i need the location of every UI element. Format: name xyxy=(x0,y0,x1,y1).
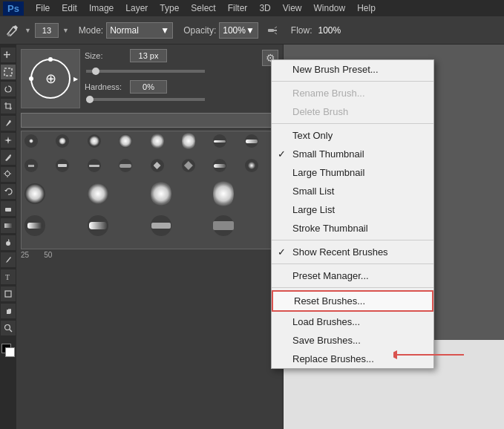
brush-num-50: 50 xyxy=(44,251,52,259)
mode-value: Normal xyxy=(110,25,139,36)
left-tool-text[interactable]: T xyxy=(1,269,16,284)
brush-tool-icon[interactable] xyxy=(4,22,21,39)
ctx-item-new-brush-preset[interactable]: New Brush Preset... xyxy=(272,60,433,79)
brush-thumb-7[interactable] xyxy=(213,134,226,148)
ctx-item-load-brushes[interactable]: Load Brushes... xyxy=(272,312,433,331)
left-tool-crop[interactable] xyxy=(1,99,16,114)
panel-expand-icon[interactable]: ▶ xyxy=(73,76,78,82)
ctx-item-small-thumbnail[interactable]: Small Thumbnail xyxy=(272,145,433,163)
hardness-value-box[interactable]: 0% xyxy=(130,80,167,94)
menu-edit[interactable]: Edit xyxy=(56,1,83,15)
brush-thumb-9[interactable] xyxy=(24,159,38,172)
mode-dropdown[interactable]: Normal ▼ xyxy=(106,22,173,39)
ctx-item-large-list[interactable]: Large List xyxy=(272,200,433,219)
menu-window[interactable]: Window xyxy=(308,1,352,15)
menu-type[interactable]: Type xyxy=(154,1,185,15)
airbrush-toggle[interactable] xyxy=(264,22,281,39)
size-handle-top[interactable] xyxy=(48,57,53,62)
ctx-item-text-only[interactable]: Text Only xyxy=(272,126,433,145)
menu-view[interactable]: View xyxy=(277,1,308,15)
brush-thumb-15[interactable] xyxy=(213,159,226,172)
left-tool-shape[interactable] xyxy=(1,286,16,301)
menu-select[interactable]: Select xyxy=(185,1,221,15)
brush-name-field[interactable] xyxy=(21,113,278,128)
ctx-divider xyxy=(272,123,433,124)
brush-thumb-13[interactable] xyxy=(151,159,164,172)
menu-filter[interactable]: Filter xyxy=(222,1,254,15)
left-tool-pen[interactable] xyxy=(1,252,16,267)
brush-thumb-14[interactable] xyxy=(182,159,195,172)
menu-help[interactable]: Help xyxy=(351,1,382,15)
brush-thumb-16[interactable] xyxy=(245,159,258,172)
left-tool-gradient[interactable] xyxy=(1,218,16,233)
brush-thumb-20[interactable] xyxy=(213,183,234,204)
brush-size-display[interactable]: 13 xyxy=(35,23,59,38)
brush-thumb-24[interactable] xyxy=(213,215,234,236)
brush-controls: Size: 13 px ⚙ Hardness: 0% xyxy=(85,49,278,101)
mode-label: Mode: xyxy=(79,25,103,36)
hardness-slider[interactable] xyxy=(86,98,205,101)
svg-line-14 xyxy=(10,330,12,332)
brush-thumb-6[interactable] xyxy=(182,134,195,148)
brush-thumb-5[interactable] xyxy=(151,134,164,148)
left-tool-history[interactable] xyxy=(1,184,16,199)
left-tool-brush[interactable] xyxy=(1,150,16,165)
left-tool-clone[interactable] xyxy=(1,167,16,182)
opacity-label: Opacity: xyxy=(183,25,216,36)
brush-thumb-10[interactable] xyxy=(56,159,69,172)
left-toolbar: T xyxy=(0,45,16,429)
brush-thumb-4[interactable] xyxy=(119,134,132,148)
mode-arrow-icon: ▼ xyxy=(160,25,169,36)
foreground-color[interactable] xyxy=(1,344,15,357)
brush-thumb-1[interactable] xyxy=(24,134,38,148)
left-tool-heal[interactable] xyxy=(1,133,16,148)
brush-thumb-21[interactable] xyxy=(24,215,45,236)
ctx-item-small-list[interactable]: Small List xyxy=(272,182,433,200)
ctx-divider xyxy=(272,240,433,240)
menu-3d[interactable]: 3D xyxy=(253,1,276,15)
svg-text:T: T xyxy=(5,273,10,281)
brush-thumb-12[interactable] xyxy=(119,159,132,172)
left-tool-move[interactable] xyxy=(1,48,16,62)
brush-dropdown-arrow[interactable]: ▼ xyxy=(24,27,31,34)
size-slider[interactable] xyxy=(86,70,205,73)
left-tool-hand[interactable] xyxy=(1,304,16,318)
brush-size-arrow[interactable]: ▼ xyxy=(62,27,69,34)
menu-image[interactable]: Image xyxy=(83,1,120,15)
brush-thumb-3[interactable] xyxy=(88,134,101,148)
hardness-slider-thumb[interactable] xyxy=(86,96,94,103)
brush-thumb-18[interactable] xyxy=(88,183,108,204)
left-tool-select[interactable] xyxy=(1,65,16,79)
brush-size-labels: 25 50 xyxy=(21,251,278,259)
brush-thumb-19[interactable] xyxy=(151,183,171,204)
brush-thumb-17[interactable] xyxy=(24,183,45,204)
brush-thumb-23[interactable] xyxy=(151,215,171,236)
menu-layer[interactable]: Layer xyxy=(120,1,154,15)
opacity-input[interactable]: 100% ▼ xyxy=(219,22,258,39)
brush-thumb-2[interactable] xyxy=(56,134,69,148)
menu-file[interactable]: File xyxy=(30,1,56,15)
svg-rect-8 xyxy=(5,208,11,212)
flow-label: Flow: xyxy=(291,25,312,36)
svg-line-3 xyxy=(275,27,277,28)
flow-value: 100% xyxy=(318,25,341,36)
ctx-item-reset-brushes[interactable]: Reset Brushes... xyxy=(272,290,433,312)
left-tool-eyedrop[interactable] xyxy=(1,116,16,131)
left-tool-zoom[interactable] xyxy=(1,321,16,335)
size-handle-left[interactable] xyxy=(29,76,33,81)
left-tool-dodge[interactable] xyxy=(1,235,16,250)
left-tool-eraser[interactable] xyxy=(1,201,16,216)
left-tool-lasso[interactable] xyxy=(1,82,16,96)
ctx-divider xyxy=(272,263,433,264)
brush-thumb-8[interactable] xyxy=(245,134,258,148)
ctx-divider xyxy=(272,81,433,82)
ctx-item-preset-manager[interactable]: Preset Manager... xyxy=(272,266,433,285)
ctx-item-stroke-thumbnail[interactable]: Stroke Thumbnail xyxy=(272,219,433,238)
brush-thumb-22[interactable] xyxy=(88,215,108,236)
size-slider-thumb[interactable] xyxy=(92,68,99,75)
brush-thumb-11[interactable] xyxy=(88,159,101,172)
ctx-item-show-recent-brushes[interactable]: Show Recent Brushes xyxy=(272,243,433,261)
ps-logo: Ps xyxy=(3,1,24,16)
ctx-item-large-thumbnail[interactable]: Large Thumbnail xyxy=(272,163,433,182)
size-value-box[interactable]: 13 px xyxy=(130,49,167,62)
